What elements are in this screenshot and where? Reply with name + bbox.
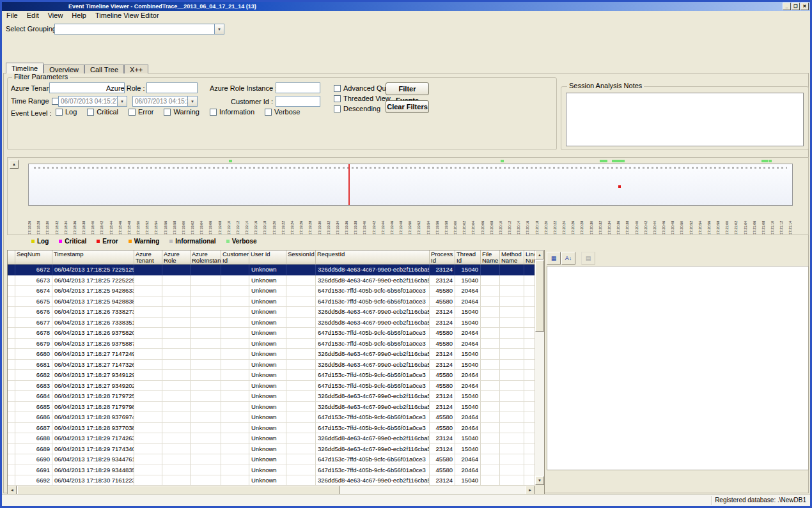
checkbox-box[interactable] [164,109,171,116]
column-header-seqnum[interactable]: SeqNum [15,250,52,265]
close-button[interactable]: ✕ [800,3,809,10]
column-header-requestid[interactable]: RequestId [316,250,430,265]
axis-tick-label: 17:20:58 [717,208,721,235]
menu-item-view[interactable]: View [43,11,68,20]
checkbox-verbose[interactable]: Verbose [265,108,300,116]
column-header-azure-roleinstan[interactable]: Azure RoleInstan [191,250,221,265]
grid-horizontal-scrollbar[interactable]: ◄ ► [8,485,535,495]
table-row[interactable]: 668806/04/2013 17:18:29 7174263Unknown32… [8,433,535,444]
column-header-sessionid[interactable]: SessionId [286,250,316,265]
menu-item-edit[interactable]: Edit [22,11,43,20]
table-row[interactable]: 668206/04/2013 17:18:27 9349129Unknown64… [8,370,535,381]
checkbox-box[interactable] [334,95,341,102]
verbose-event-bar[interactable] [600,160,607,162]
table-row[interactable]: 668606/04/2013 17:18:28 9376974Unknown64… [8,412,535,423]
table-row[interactable]: 669206/04/2013 17:18:30 7161223Unknown32… [8,475,535,485]
detail-toolbar: ▦A↓▤ [547,252,810,266]
column-header-azure-tenant[interactable]: Azure Tenant [134,250,162,265]
maximize-button[interactable]: ❐ [792,3,800,10]
table-row[interactable]: 668006/04/2013 17:18:27 7147249Unknown32… [8,349,535,360]
verbose-event-bar[interactable] [761,160,768,162]
minimize-button[interactable]: _ [783,3,791,10]
verbose-event-bar[interactable] [612,160,625,162]
menu-item-timeline-view-editor[interactable]: Timeline View Editor [91,11,164,20]
checkbox-box[interactable] [56,109,63,116]
column-header-azure-role[interactable]: Azure Role [162,250,191,265]
azure-role-instance-input[interactable] [276,82,320,93]
table-row[interactable]: 667906/04/2013 17:18:26 9375887Unknown64… [8,339,535,350]
verbose-event-mark[interactable] [769,160,772,162]
title-bar[interactable]: Event Timeline Viewer - CombinedTrace__2… [2,2,810,11]
column-header-file-name[interactable]: File Name [481,250,500,265]
customer-id-input[interactable] [276,96,320,107]
filter-events-button[interactable]: Filter Events [386,82,429,95]
checkbox-box[interactable] [129,109,136,116]
menu-item-help[interactable]: Help [67,11,91,20]
table-row[interactable]: 668306/04/2013 17:18:27 9349202Unknown64… [8,381,535,392]
table-row[interactable]: 667806/04/2013 17:18:26 9375820Unknown64… [8,328,535,339]
checkbox-critical[interactable]: Critical [87,108,118,116]
verbose-event-mark[interactable] [501,160,504,162]
table-row[interactable]: 667206/04/2013 17:18:25 7225129Unknown32… [8,265,535,275]
scroll-left-icon[interactable]: ◄ [8,486,17,495]
date-to-combobox[interactable]: 06/07/2013 04:15:27 PM ▼ [132,96,198,107]
categorized-view-button[interactable]: ▦ [547,252,561,265]
horizontal-scroll-thumb[interactable] [17,486,340,495]
table-row[interactable]: 668406/04/2013 17:18:28 7179725Unknown32… [8,391,535,402]
scroll-up-icon[interactable]: ▲ [535,250,544,259]
menu-item-file[interactable]: File [2,11,22,20]
checkbox-box[interactable] [334,85,341,92]
table-row[interactable]: 667406/04/2013 17:18:25 9428633Unknown64… [8,286,535,296]
vertical-scroll-thumb[interactable] [535,260,544,332]
table-row[interactable]: 667706/04/2013 17:18:26 7338351Unknown32… [8,318,535,328]
table-row[interactable]: 668706/04/2013 17:18:28 9377038Unknown64… [8,423,535,434]
scroll-right-icon[interactable]: ► [526,486,535,495]
timeline-cursor[interactable] [348,164,350,205]
column-header-thread-id[interactable]: Thread Id [455,250,481,265]
column-header-user-id[interactable]: User Id [249,250,286,265]
checkbox-log[interactable]: Log [56,108,77,116]
column-header-process-id[interactable]: Process Id [430,250,455,265]
column-header-timestamp[interactable]: Timestamp [52,250,134,265]
alphabetical-sort-button[interactable]: A↓ [561,252,575,265]
select-grouping-combobox[interactable]: ▼ [54,24,224,35]
table-row[interactable]: 668106/04/2013 17:18:27 7147326Unknown32… [8,360,535,371]
dropdown-arrow-icon[interactable]: ▼ [117,96,127,106]
time-range-checkbox-box[interactable] [52,98,59,105]
tab-timeline[interactable]: Timeline [6,63,43,73]
dropdown-arrow-icon[interactable]: ▼ [187,96,197,106]
timeline-collapse-button[interactable]: ▲ [10,160,19,169]
checkbox-error[interactable]: Error [129,108,153,116]
table-row[interactable]: 668506/04/2013 17:18:28 7179798Unknown32… [8,402,535,413]
checkbox-box[interactable] [87,109,94,116]
table-row[interactable]: 667306/04/2013 17:18:25 7225225Unknown32… [8,275,535,286]
scroll-down-icon[interactable]: ▼ [535,476,544,485]
cell-azure-role [162,370,191,381]
timeline-chart[interactable] [28,164,793,206]
tab-overview[interactable]: Overview [43,65,84,73]
azure-role-input[interactable] [146,82,198,93]
checkbox-box[interactable] [334,105,341,112]
verbose-event-mark[interactable] [229,160,232,162]
table-row[interactable]: 667606/04/2013 17:18:26 7338273Unknown32… [8,307,535,318]
checkbox-warning[interactable]: Warning [164,108,199,116]
column-header-line-num[interactable]: Line Num▲ [524,250,535,265]
table-row[interactable]: 669006/04/2013 17:18:29 9344761Unknown64… [8,454,535,465]
table-row[interactable]: 667506/04/2013 17:18:25 9428838Unknown64… [8,296,535,307]
column-header-method-name[interactable]: Method Name [500,250,524,265]
checkbox-information[interactable]: Information [210,108,254,116]
tab-call-tree[interactable]: Call Tree [84,65,124,73]
grid-vertical-scrollbar[interactable]: ▲ ▼ [535,250,544,485]
clear-filters-button[interactable]: Clear Filters [386,100,429,113]
time-range-checkbox[interactable]: Time Range [11,97,59,105]
table-row[interactable]: 669106/04/2013 17:18:29 9344835Unknown64… [8,465,535,476]
session-notes-textarea[interactable] [566,93,804,146]
date-from-combobox[interactable]: 06/07/2013 04:15:27 PM ▼ [58,96,127,107]
checkbox-box[interactable] [265,109,272,116]
dropdown-arrow-icon[interactable]: ▼ [214,24,224,34]
column-header-customer-id[interactable]: Customer Id [221,250,249,265]
error-event-dot[interactable] [618,185,621,188]
tab-x[interactable]: X++ [124,65,148,73]
table-row[interactable]: 668906/04/2013 17:18:29 7174340Unknown32… [8,444,535,455]
checkbox-box[interactable] [210,109,217,116]
